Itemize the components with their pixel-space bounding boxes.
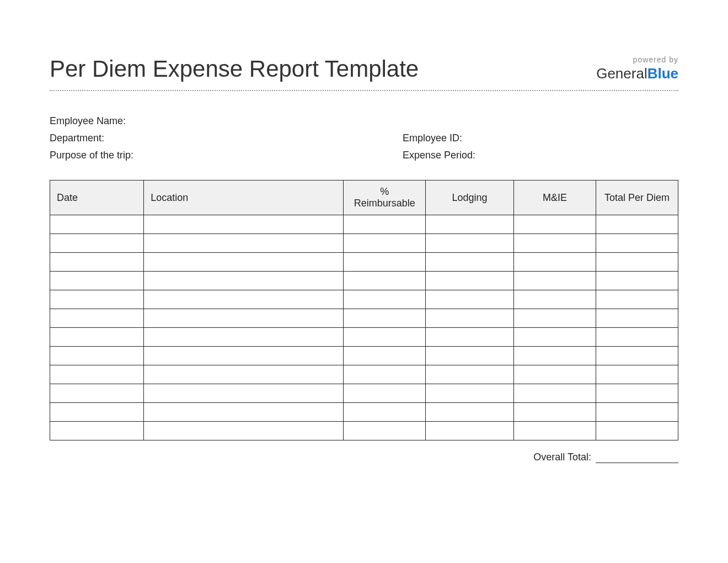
cell-location [144, 403, 344, 422]
cell-reimbursable [344, 272, 426, 290]
cell-lodging [426, 328, 514, 347]
overall-total-line [596, 452, 678, 463]
cell-reimbursable [344, 347, 426, 365]
cell-reimbursable [344, 309, 426, 328]
cell-date [50, 253, 144, 272]
table-row [50, 384, 678, 403]
cell-reimbursable [344, 290, 426, 309]
brand-logo: GeneralBlue [596, 65, 678, 82]
cell-mie [513, 384, 596, 403]
cell-location [144, 422, 344, 440]
cell-date [50, 365, 144, 384]
cell-reimbursable [344, 234, 426, 253]
table-row [50, 403, 678, 422]
cell-lodging [426, 384, 514, 403]
cell-total [596, 403, 678, 422]
cell-mie [513, 422, 596, 440]
cell-lodging [426, 272, 514, 290]
cell-location [144, 328, 344, 347]
cell-date [50, 215, 144, 234]
cell-location [144, 384, 344, 403]
cell-mie [513, 309, 596, 328]
cell-mie [513, 347, 596, 365]
expense-table: Date Location % Reimbursable Lodging M&I… [50, 180, 678, 440]
powered-by-label: powered by [596, 55, 678, 64]
cell-location [144, 253, 344, 272]
cell-location [144, 365, 344, 384]
table-row [50, 422, 678, 440]
header: Per Diem Expense Report Template powered… [50, 55, 678, 91]
cell-lodging [426, 253, 514, 272]
cell-lodging [426, 290, 514, 309]
cell-total [596, 422, 678, 440]
cell-location [144, 272, 344, 290]
cell-mie [513, 234, 596, 253]
cell-mie [513, 403, 596, 422]
table-row [50, 253, 678, 272]
table-row [50, 365, 678, 384]
table-row [50, 309, 678, 328]
cell-date [50, 328, 144, 347]
cell-location [144, 215, 344, 234]
brand-text-b: Blue [647, 65, 678, 82]
info-grid: Employee Name: Department: Employee ID: … [50, 115, 678, 161]
cell-mie [513, 365, 596, 384]
cell-date [50, 309, 144, 328]
table-row [50, 328, 678, 347]
cell-mie [513, 253, 596, 272]
cell-location [144, 347, 344, 365]
cell-lodging [426, 365, 514, 384]
cell-total [596, 215, 678, 234]
cell-lodging [426, 234, 514, 253]
cell-lodging [426, 347, 514, 365]
cell-date [50, 384, 144, 403]
footer: Overall Total: [50, 452, 678, 463]
cell-date [50, 234, 144, 253]
expense-period-label: Expense Period: [403, 150, 678, 161]
cell-reimbursable [344, 403, 426, 422]
cell-mie [513, 290, 596, 309]
cell-total [596, 234, 678, 253]
cell-reimbursable [344, 215, 426, 234]
purpose-label: Purpose of the trip: [50, 150, 403, 161]
cell-mie [513, 328, 596, 347]
cell-total [596, 290, 678, 309]
cell-total [596, 272, 678, 290]
cell-reimbursable [344, 384, 426, 403]
col-total: Total Per Diem [596, 180, 678, 215]
cell-reimbursable [344, 253, 426, 272]
cell-reimbursable [344, 328, 426, 347]
cell-total [596, 309, 678, 328]
brand-text-a: General [596, 65, 647, 82]
col-reimbursable: % Reimbursable [344, 180, 426, 215]
cell-mie [513, 272, 596, 290]
page-title: Per Diem Expense Report Template [50, 56, 419, 82]
cell-reimbursable [344, 365, 426, 384]
cell-location [144, 309, 344, 328]
department-label: Department: [50, 132, 403, 144]
col-date: Date [50, 180, 144, 215]
col-location: Location [144, 180, 344, 215]
col-lodging: Lodging [426, 180, 514, 215]
brand-block: powered by GeneralBlue [596, 55, 678, 82]
cell-date [50, 403, 144, 422]
cell-lodging [426, 309, 514, 328]
cell-date [50, 422, 144, 440]
empty-cell [403, 115, 678, 127]
cell-location [144, 234, 344, 253]
cell-total [596, 253, 678, 272]
cell-total [596, 347, 678, 365]
table-row [50, 290, 678, 309]
table-header-row: Date Location % Reimbursable Lodging M&I… [50, 180, 678, 215]
cell-total [596, 384, 678, 403]
table-row [50, 215, 678, 234]
cell-total [596, 365, 678, 384]
table-row [50, 234, 678, 253]
table-row [50, 272, 678, 290]
employee-name-label: Employee Name: [50, 115, 403, 127]
cell-lodging [426, 215, 514, 234]
employee-id-label: Employee ID: [403, 132, 678, 144]
overall-total-label: Overall Total: [533, 452, 591, 463]
cell-mie [513, 215, 596, 234]
cell-reimbursable [344, 422, 426, 440]
